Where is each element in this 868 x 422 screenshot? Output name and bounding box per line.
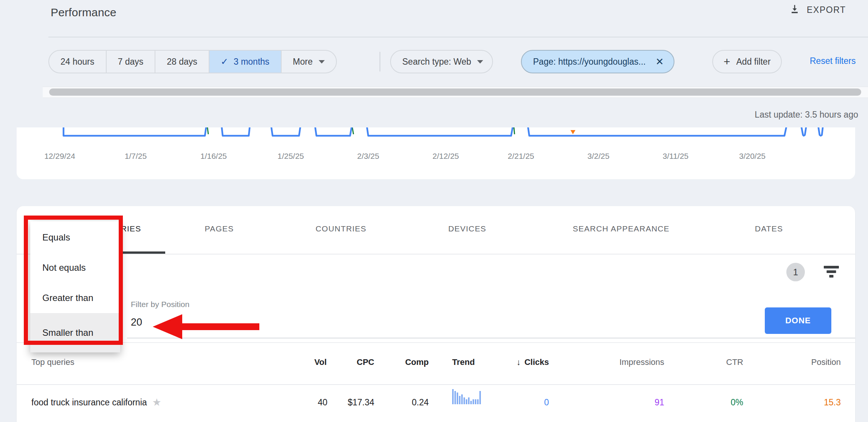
filter-bar-separator bbox=[380, 52, 380, 71]
column-trend[interactable]: Trend bbox=[452, 357, 475, 367]
tab-search-appearance[interactable]: SEARCH APPEARANCE bbox=[573, 224, 670, 233]
sort-descending-icon: ↓ bbox=[516, 357, 521, 367]
chart-date: 1/16/25 bbox=[200, 152, 227, 161]
cell-clicks: 0 bbox=[544, 397, 549, 408]
last-update-text: Last update: 3.5 hours ago bbox=[677, 110, 858, 120]
chart-date: 3/11/25 bbox=[663, 152, 689, 161]
input-underline bbox=[127, 338, 855, 338]
chart-date: 12/29/24 bbox=[44, 152, 75, 161]
performance-page: Performance EXPORT 24 hours 7 days 28 da… bbox=[0, 0, 868, 422]
column-clicks-sorted[interactable]: ↓Clicks bbox=[516, 357, 549, 367]
filter-list-icon[interactable] bbox=[824, 265, 839, 279]
cell-position: 15.3 bbox=[824, 397, 841, 408]
header-divider bbox=[48, 37, 868, 37]
chevron-down-icon bbox=[477, 60, 483, 64]
page-filter-label: Page: https://youngdouglas... bbox=[533, 57, 646, 67]
chart-date: 2/3/25 bbox=[357, 152, 379, 161]
download-icon bbox=[789, 3, 801, 17]
range-24-hours[interactable]: 24 hours bbox=[49, 51, 107, 73]
range-7-days[interactable]: 7 days bbox=[107, 51, 156, 73]
chart-date: 3/2/25 bbox=[587, 152, 609, 161]
tabs-divider bbox=[17, 254, 855, 254]
column-impressions[interactable]: Impressions bbox=[619, 357, 664, 367]
export-button[interactable]: EXPORT bbox=[789, 3, 846, 17]
chart-date: 3/20/25 bbox=[739, 152, 766, 161]
chart-date: 2/21/25 bbox=[508, 152, 534, 161]
chevron-down-icon bbox=[319, 60, 325, 64]
menu-item-smaller-than[interactable]: Smaller than bbox=[30, 313, 120, 352]
menu-item-not-equals[interactable]: Not equals bbox=[30, 253, 120, 283]
menu-item-greater-than[interactable]: Greater than bbox=[30, 283, 120, 313]
filter-panel-divider bbox=[17, 342, 855, 343]
check-icon: ✓ bbox=[221, 56, 228, 67]
menu-item-equals[interactable]: Equals bbox=[30, 222, 120, 253]
star-icon[interactable]: ★ bbox=[152, 397, 161, 408]
cell-comp: 0.24 bbox=[412, 397, 429, 408]
performance-chart-card: 12/29/24 1/7/25 1/16/25 1/25/25 2/3/25 2… bbox=[17, 127, 855, 179]
export-label: EXPORT bbox=[807, 5, 846, 15]
cell-ctr: 0% bbox=[731, 397, 743, 408]
column-cpc[interactable]: CPC bbox=[357, 357, 374, 367]
tab-pages[interactable]: PAGES bbox=[205, 224, 234, 233]
range-28-days[interactable]: 28 days bbox=[155, 51, 209, 73]
operator-dropdown-menu: Equals Not equals Greater than Smaller t… bbox=[30, 221, 120, 352]
date-range-group: 24 hours 7 days 28 days ✓ 3 months More bbox=[48, 50, 337, 73]
page-filter-chip[interactable]: Page: https://youngdouglas... ✕ bbox=[521, 50, 674, 73]
chart-date: 2/12/25 bbox=[432, 152, 459, 161]
cell-cpc: $17.34 bbox=[348, 397, 374, 408]
trend-sparkline bbox=[452, 388, 482, 404]
table-header-divider bbox=[17, 384, 855, 385]
close-icon[interactable]: ✕ bbox=[656, 56, 664, 68]
range-3-months-selected[interactable]: ✓ 3 months bbox=[209, 51, 282, 73]
tab-devices[interactable]: DEVICES bbox=[448, 224, 487, 233]
dimensions-card: QUERIES PAGES COUNTRIES DEVICES SEARCH A… bbox=[17, 206, 855, 422]
table-row-query[interactable]: food truck insurance california ★ bbox=[31, 397, 161, 408]
cell-impressions: 91 bbox=[654, 397, 664, 408]
column-ctr[interactable]: CTR bbox=[726, 357, 743, 367]
chart-date: 1/25/25 bbox=[277, 152, 304, 161]
plus-icon: + bbox=[724, 55, 730, 68]
search-type-dropdown[interactable]: Search type: Web bbox=[390, 50, 493, 73]
column-vol[interactable]: Vol bbox=[314, 357, 327, 367]
column-comp[interactable]: Comp bbox=[405, 357, 429, 367]
chart-marker-icon bbox=[570, 130, 575, 134]
chart-date: 1/7/25 bbox=[125, 152, 147, 161]
filter-count-badge: 1 bbox=[786, 263, 805, 281]
range-more-dropdown[interactable]: More bbox=[282, 51, 336, 73]
column-top-queries: Top queries bbox=[31, 357, 74, 367]
column-position[interactable]: Position bbox=[811, 357, 841, 367]
tab-dates[interactable]: DATES bbox=[755, 224, 783, 233]
tab-countries[interactable]: COUNTRIES bbox=[316, 224, 366, 233]
add-filter-button[interactable]: + Add filter bbox=[712, 50, 782, 73]
page-title: Performance bbox=[51, 6, 116, 19]
filter-position-input[interactable]: 20 bbox=[131, 316, 142, 328]
horizontal-scrollbar-thumb[interactable] bbox=[49, 88, 861, 96]
done-button[interactable]: DONE bbox=[765, 307, 831, 334]
cell-vol: 40 bbox=[318, 397, 327, 408]
query-text: food truck insurance california bbox=[31, 397, 147, 408]
reset-filters-link[interactable]: Reset filters bbox=[810, 56, 856, 66]
filter-field-label: Filter by Position bbox=[131, 300, 189, 309]
